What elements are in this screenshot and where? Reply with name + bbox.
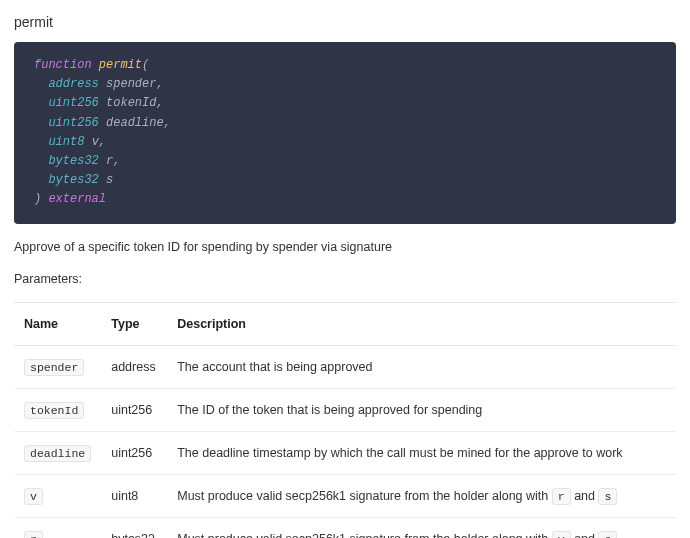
param-name-code: deadline bbox=[24, 445, 91, 462]
param: deadline bbox=[106, 116, 164, 130]
punct: , bbox=[164, 116, 171, 130]
section-title: permit bbox=[14, 14, 676, 30]
table-row: spender address The account that is bein… bbox=[14, 345, 676, 388]
param-name-cell: v bbox=[14, 474, 101, 517]
inline-code: s bbox=[598, 531, 617, 539]
header-type: Type bbox=[101, 302, 167, 345]
desc-text: Must produce valid secp256k1 signature f… bbox=[177, 489, 552, 503]
param-name-code: r bbox=[24, 531, 43, 539]
param-name-cell: spender bbox=[14, 345, 101, 388]
param: spender bbox=[106, 77, 156, 91]
function-name: permit bbox=[99, 58, 142, 72]
punct: ) bbox=[34, 192, 41, 206]
param-name-cell: deadline bbox=[14, 431, 101, 474]
param-name-code: tokenId bbox=[24, 402, 84, 419]
code-line: address spender, bbox=[34, 75, 656, 94]
inline-code: v bbox=[552, 531, 571, 539]
param-type-cell: bytes32 bbox=[101, 517, 167, 538]
code-line: bytes32 s bbox=[34, 171, 656, 190]
param-desc-cell: Must produce valid secp256k1 signature f… bbox=[167, 474, 676, 517]
function-description: Approve of a specific token ID for spend… bbox=[14, 240, 676, 254]
inline-code: r bbox=[552, 488, 571, 505]
param-desc-cell: The account that is being approved bbox=[167, 345, 676, 388]
punct: , bbox=[99, 135, 106, 149]
desc-text: and bbox=[571, 532, 599, 539]
parameters-table: Name Type Description spender address Th… bbox=[14, 302, 676, 539]
table-row: deadline uint256 The deadline timestamp … bbox=[14, 431, 676, 474]
type: uint8 bbox=[48, 135, 84, 149]
param-type-cell: uint256 bbox=[101, 388, 167, 431]
desc-text: Must produce valid secp256k1 signature f… bbox=[177, 532, 552, 539]
param-desc-cell: The ID of the token that is being approv… bbox=[167, 388, 676, 431]
param: v bbox=[92, 135, 99, 149]
keyword: function bbox=[34, 58, 92, 72]
param-name-code: v bbox=[24, 488, 43, 505]
parameters-label: Parameters: bbox=[14, 272, 676, 286]
desc-text: and bbox=[571, 489, 599, 503]
table-header-row: Name Type Description bbox=[14, 302, 676, 345]
code-line: uint256 tokenId, bbox=[34, 94, 656, 113]
code-line: bytes32 r, bbox=[34, 152, 656, 171]
punct: , bbox=[113, 154, 120, 168]
header-description: Description bbox=[167, 302, 676, 345]
code-line: uint8 v, bbox=[34, 133, 656, 152]
code-block: function permit( address spender, uint25… bbox=[14, 42, 676, 224]
keyword: external bbox=[48, 192, 106, 206]
table-row: v uint8 Must produce valid secp256k1 sig… bbox=[14, 474, 676, 517]
param-type-cell: uint256 bbox=[101, 431, 167, 474]
param-type-cell: address bbox=[101, 345, 167, 388]
type: bytes32 bbox=[48, 154, 98, 168]
inline-code: s bbox=[598, 488, 617, 505]
code-line: ) external bbox=[34, 190, 656, 209]
code-line: function permit( bbox=[34, 56, 656, 75]
type: address bbox=[48, 77, 98, 91]
param-type-cell: uint8 bbox=[101, 474, 167, 517]
punct: , bbox=[156, 96, 163, 110]
header-name: Name bbox=[14, 302, 101, 345]
param-name-cell: tokenId bbox=[14, 388, 101, 431]
param: tokenId bbox=[106, 96, 156, 110]
param: s bbox=[106, 173, 113, 187]
type: uint256 bbox=[48, 116, 98, 130]
code-line: uint256 deadline, bbox=[34, 114, 656, 133]
param-name-cell: r bbox=[14, 517, 101, 538]
param-name-code: spender bbox=[24, 359, 84, 376]
table-row: tokenId uint256 The ID of the token that… bbox=[14, 388, 676, 431]
type: bytes32 bbox=[48, 173, 98, 187]
table-row: r bytes32 Must produce valid secp256k1 s… bbox=[14, 517, 676, 538]
punct: , bbox=[156, 77, 163, 91]
param-desc-cell: The deadline timestamp by which the call… bbox=[167, 431, 676, 474]
param-desc-cell: Must produce valid secp256k1 signature f… bbox=[167, 517, 676, 538]
punct: ( bbox=[142, 58, 149, 72]
type: uint256 bbox=[48, 96, 98, 110]
